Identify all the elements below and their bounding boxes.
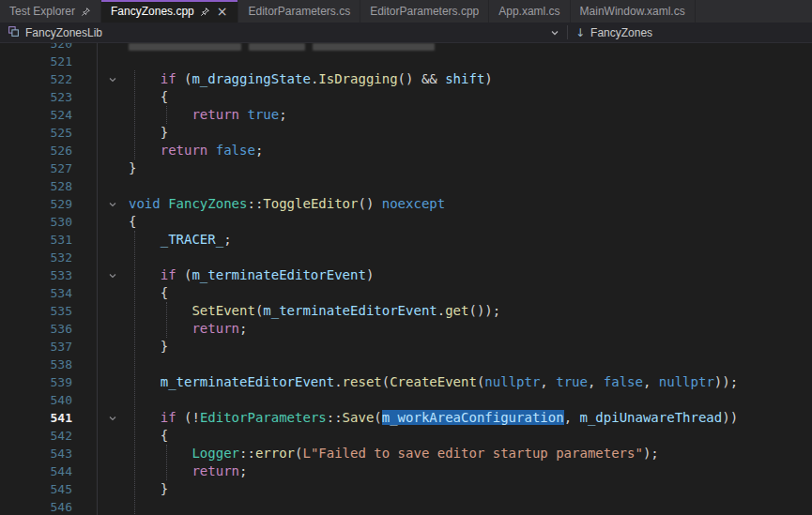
code-line: 545 } [0, 480, 812, 498]
code-text[interactable]: return; [129, 462, 812, 480]
line-number: 545 [0, 480, 97, 498]
member-dropdown[interactable]: ↓ FancyZones [568, 23, 812, 42]
code-line: 539 m_terminateEditorEvent.reset(CreateE… [0, 373, 812, 391]
fold-margin [97, 391, 129, 409]
fold-margin [97, 373, 129, 391]
code-text[interactable]: { [129, 213, 812, 231]
line-number: 541 [0, 409, 97, 427]
fold-chevron-icon[interactable] [97, 409, 129, 427]
code-line: 528 [0, 177, 812, 195]
code-line: 543 Logger::error(L"Failed to save edito… [0, 445, 812, 462]
unreadable-clipped-text [249, 43, 305, 51]
fold-margin [97, 356, 129, 373]
fold-margin [97, 427, 129, 445]
fold-margin [97, 284, 129, 302]
line-number: 520 [0, 43, 97, 53]
code-text[interactable] [129, 249, 812, 266]
code-line: 537 } [0, 338, 812, 356]
code-text[interactable]: return false; [129, 142, 812, 159]
line-number: 525 [0, 124, 97, 142]
fold-chevron-icon[interactable] [97, 266, 129, 284]
code-text[interactable] [129, 391, 812, 409]
member-dropdown-label: FancyZones [590, 26, 652, 39]
code-line: 521 [0, 53, 812, 70]
close-icon[interactable]: × [216, 5, 229, 18]
code-text[interactable]: return; [129, 320, 812, 338]
code-text[interactable]: { [129, 427, 812, 445]
unreadable-clipped-text [313, 43, 435, 51]
indent-guide [166, 106, 167, 124]
code-editor[interactable]: 520521522 if (m_draggingState.IsDragging… [0, 43, 812, 515]
code-text[interactable]: } [129, 480, 812, 498]
code-text[interactable]: _TRACER_; [129, 231, 812, 249]
clipped-line-content[interactable] [129, 43, 812, 53]
code-line: 540 [0, 391, 812, 409]
code-text[interactable]: m_terminateEditorEvent.reset(CreateEvent… [129, 373, 812, 391]
code-text[interactable] [129, 356, 812, 373]
line-number: 531 [0, 231, 97, 249]
indent-guide [134, 70, 135, 159]
tab-label: App.xaml.cs [498, 5, 559, 18]
fold-margin [97, 231, 129, 249]
tab-label: EditorParameters.cs [248, 5, 350, 18]
code-text[interactable]: SetEvent(m_terminateEditorEvent.get()); [129, 302, 812, 320]
chevron-down-icon[interactable] [550, 28, 559, 38]
fold-margin [97, 213, 129, 231]
fold-margin [97, 88, 129, 106]
tab-label: EditorParameters.cpp [370, 5, 479, 18]
fold-chevron-icon[interactable] [97, 70, 129, 88]
fold-margin [97, 462, 129, 480]
pin-icon[interactable] [81, 7, 91, 17]
pin-icon[interactable] [200, 7, 210, 17]
code-line: 522 if (m_draggingState.IsDragging() && … [0, 70, 812, 88]
code-text[interactable]: { [129, 284, 812, 302]
tab-fancyzones-cpp[interactable]: FancyZones.cpp× [101, 0, 238, 23]
code-text[interactable]: } [129, 159, 812, 177]
code-line: 546 [0, 498, 812, 515]
code-text[interactable]: if (m_draggingState.IsDragging() && shif… [129, 70, 812, 88]
tab-app-xaml-cs[interactable]: App.xaml.cs [489, 0, 570, 23]
line-number: 533 [0, 266, 97, 284]
code-line: 538 [0, 356, 812, 373]
tab-test-explorer[interactable]: Test Explorer [0, 0, 101, 23]
line-number: 526 [0, 142, 97, 159]
line-number: 529 [0, 195, 97, 213]
code-text[interactable]: void FancyZones::ToggleEditor() noexcept [129, 195, 812, 213]
code-line: 541 if (!EditorParameters::Save(m_workAr… [0, 409, 812, 427]
code-text[interactable]: Logger::error(L"Failed to save editor st… [129, 445, 812, 462]
code-text[interactable]: if (m_terminateEditorEvent) [129, 266, 812, 284]
tab-mainwindow-xaml-cs[interactable]: MainWindow.xaml.cs [571, 0, 696, 23]
fold-margin [97, 480, 129, 498]
project-dropdown[interactable]: FancyZonesLib [0, 23, 567, 42]
code-text[interactable] [129, 498, 812, 515]
indent-guide [166, 445, 167, 480]
code-text[interactable]: { [129, 88, 812, 106]
code-text[interactable] [129, 53, 812, 70]
line-number: 540 [0, 391, 97, 409]
line-number: 538 [0, 356, 97, 373]
code-line: 529void FancyZones::ToggleEditor() noexc… [0, 195, 812, 213]
code-line: 527} [0, 159, 812, 177]
tab-editorparameters-cpp[interactable]: EditorParameters.cpp [360, 0, 489, 23]
fold-margin [97, 106, 129, 124]
code-line: 533 if (m_terminateEditorEvent) [0, 266, 812, 284]
fold-chevron-icon[interactable] [97, 195, 129, 213]
line-number: 527 [0, 159, 97, 177]
tab-editorparameters-cs[interactable]: EditorParameters.cs [238, 0, 360, 23]
fold-margin [97, 320, 129, 338]
line-number: 539 [0, 373, 97, 391]
code-text[interactable] [129, 177, 812, 195]
code-text[interactable]: return true; [129, 106, 812, 124]
project-dropdown-label: FancyZonesLib [25, 26, 102, 39]
document-tab-bar: Test ExplorerFancyZones.cpp×EditorParame… [0, 0, 812, 23]
indent-guide [134, 231, 135, 515]
code-line: 542 { [0, 427, 812, 445]
down-arrow-icon: ↓ [575, 26, 585, 39]
code-text[interactable]: } [129, 338, 812, 356]
line-number: 543 [0, 445, 97, 462]
code-text[interactable]: if (!EditorParameters::Save(m_workAreaCo… [129, 409, 812, 427]
code-text[interactable]: } [129, 124, 812, 142]
line-number: 522 [0, 70, 97, 88]
line-number: 542 [0, 427, 97, 445]
fold-margin [97, 43, 129, 53]
